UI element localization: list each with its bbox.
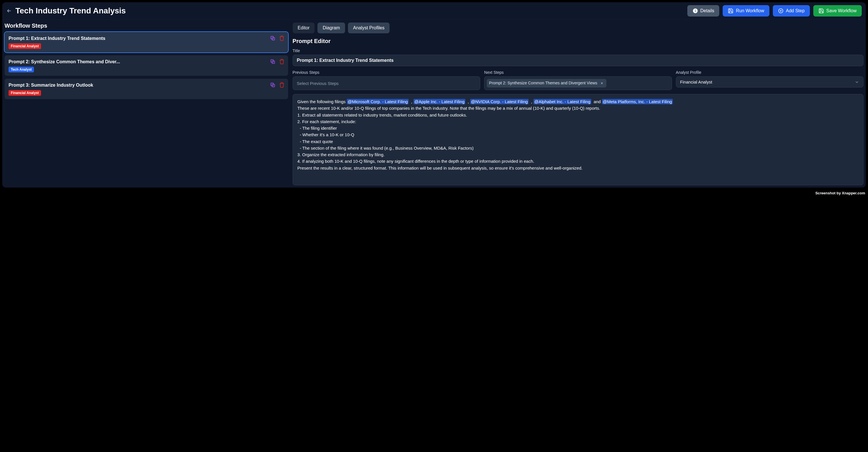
details-button[interactable]: Details — [687, 5, 719, 17]
add-step-button[interactable]: Add Step — [773, 5, 810, 17]
step-title: Prompt 2: Synthesize Common Themes and D… — [8, 59, 284, 64]
delete-icon[interactable] — [279, 59, 285, 64]
analyst-badge: Tech Analyst — [8, 67, 34, 72]
app-header: Tech Industry Trend Analysis Details Run… — [2, 2, 866, 20]
svg-point-2 — [695, 9, 695, 10]
add-step-label: Add Step — [786, 8, 805, 13]
duplicate-icon[interactable] — [270, 82, 276, 88]
tab-analyst-profiles[interactable]: Analyst Profiles — [348, 23, 390, 33]
tab-diagram[interactable]: Diagram — [317, 23, 345, 33]
next-steps-label: Next Steps — [484, 70, 672, 75]
analyst-profile-dropdown[interactable]: Financial Analyst — [676, 77, 863, 88]
save-workflow-label: Save Workflow — [827, 8, 857, 13]
workflow-step-card[interactable]: Prompt 1: Extract Industry Trend Stateme… — [5, 32, 288, 53]
analyst-profile-value: Financial Analyst — [680, 80, 712, 84]
duplicate-icon[interactable] — [270, 59, 276, 64]
save-disk-icon — [728, 8, 734, 14]
prompt-body-editor[interactable]: Given the following filings @Microsoft C… — [293, 94, 863, 185]
next-step-chip: Prompt 2: Synthesize Common Themes and D… — [487, 79, 607, 88]
save-icon — [818, 8, 824, 14]
chip-label: Prompt 2: Synthesize Common Themes and D… — [489, 81, 597, 86]
page-title: Tech Industry Trend Analysis — [16, 6, 126, 16]
previous-steps-select[interactable]: Select Previous Steps — [293, 77, 480, 90]
duplicate-icon[interactable] — [270, 35, 276, 41]
analyst-badge: Financial Analyst — [8, 90, 41, 96]
next-steps-select[interactable]: Prompt 2: Synthesize Common Themes and D… — [484, 77, 672, 90]
svg-rect-1 — [695, 10, 695, 12]
watermark: Screenshot by Xnapper.com — [0, 190, 868, 197]
step-title: Prompt 3: Summarize Industry Outlook — [8, 83, 284, 88]
run-workflow-label: Run Workflow — [736, 8, 764, 13]
run-workflow-button[interactable]: Run Workflow — [723, 5, 769, 17]
chip-remove-icon[interactable]: × — [599, 81, 604, 86]
back-arrow-icon[interactable] — [6, 8, 12, 14]
title-label: Title — [293, 49, 863, 53]
tab-editor[interactable]: Editor — [293, 23, 315, 33]
analyst-badge: Financial Analyst — [8, 43, 41, 49]
info-icon — [692, 8, 698, 14]
delete-icon[interactable] — [279, 35, 285, 41]
workflow-sidebar: Workflow Steps Prompt 1: Extract Industr… — [5, 23, 288, 102]
step-title: Prompt 1: Extract Industry Trend Stateme… — [8, 36, 284, 41]
plus-circle-icon — [778, 8, 784, 14]
workflow-step-card[interactable]: Prompt 3: Summarize Industry Outlook Fin… — [5, 79, 288, 99]
workflow-step-card[interactable]: Prompt 2: Synthesize Common Themes and D… — [5, 55, 288, 76]
previous-steps-placeholder: Select Previous Steps — [297, 81, 339, 86]
details-label: Details — [701, 8, 714, 13]
analyst-profile-label: Analyst Profile — [676, 70, 863, 75]
save-workflow-button[interactable]: Save Workflow — [813, 5, 862, 17]
sidebar-title: Workflow Steps — [5, 23, 288, 29]
previous-steps-label: Previous Steps — [293, 70, 480, 75]
delete-icon[interactable] — [279, 82, 285, 88]
prompt-editor-title: Prompt Editor — [293, 38, 863, 44]
title-input[interactable] — [293, 55, 863, 66]
chevron-down-icon — [855, 80, 859, 84]
editor-panel: Editor Diagram Analyst Profiles Prompt E… — [293, 23, 863, 185]
